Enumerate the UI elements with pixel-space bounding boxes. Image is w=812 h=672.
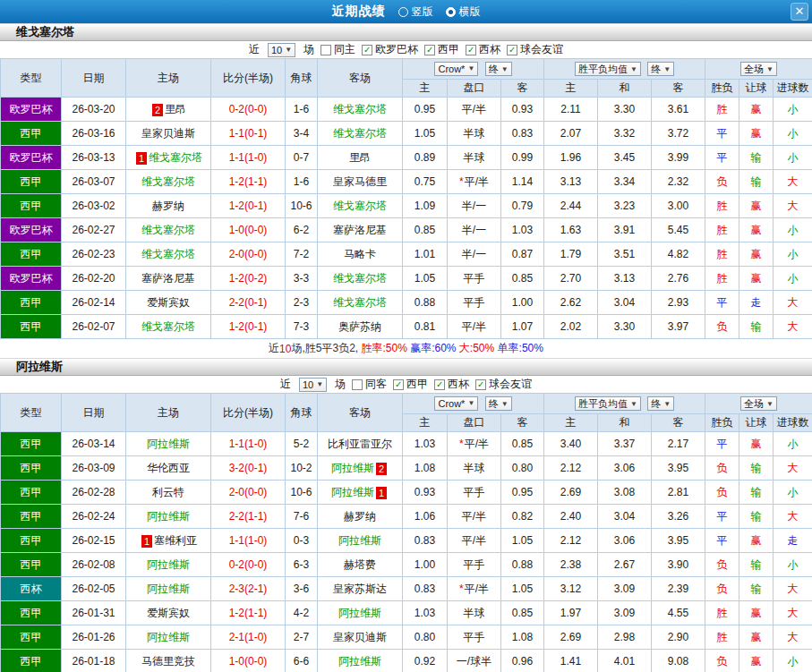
result-goals: 小 [774,432,812,456]
handicap-text: 半球 [464,151,485,164]
red-card-badge: 1 [141,535,152,548]
away-team-cell[interactable]: 维戈塞尔塔 [318,194,403,218]
home-team-cell[interactable]: 皇家贝迪斯 [126,122,211,146]
avg-final-dropdown[interactable]: 终▼ [647,62,674,76]
avg-final-dropdown[interactable]: 终▼ [647,396,674,411]
away-team-cell[interactable]: 马略卡 [318,242,403,267]
result-wdl: 负 [705,170,739,194]
result-handicap: 输 [739,577,774,601]
home-team-cell[interactable]: 阿拉维斯 [126,432,211,456]
dropdown-label: 终 [651,397,661,411]
corner-score: 3-3 [286,267,318,291]
home-team-cell[interactable]: 赫罗纳 [126,194,211,218]
filter-label: 同客 [365,377,387,392]
home-team-cell[interactable]: 阿拉维斯 [126,577,211,601]
away-team-cell[interactable]: 维戈塞尔塔 [318,98,403,122]
fulltime-dropdown[interactable]: 全场▼ [740,62,777,76]
avg-odds-away: 3.95 [652,529,705,553]
home-team-cell[interactable]: 2里昂 [126,98,211,122]
filter-checkbox[interactable]: ✓西甲 [393,377,428,392]
away-team-cell[interactable]: 维戈塞尔塔 [318,267,403,291]
away-team-cell[interactable]: 皇家贝迪斯 [318,625,403,650]
home-team-cell[interactable]: 1塞维利亚 [126,529,211,553]
away-team-cell[interactable]: 阿拉维斯 [318,529,403,553]
filter-checkbox[interactable]: 同客 [352,377,387,392]
match-row: 西甲26-01-31爱斯宾奴1-2(1-1)4-2阿拉维斯1.03半球0.851… [1,601,812,625]
filter-label: 欧罗巴杯 [375,42,418,57]
handicap-odds-away: 0.80 [501,456,544,481]
away-team-cell[interactable]: 赫罗纳 [318,505,403,529]
home-team-cell[interactable]: 维戈塞尔塔 [126,170,211,194]
chevron-down-icon: ▼ [285,46,292,54]
filter-checkbox[interactable]: ✓欧罗巴杯 [362,42,418,57]
home-team-cell[interactable]: 华伦西亚 [126,456,211,481]
bookmaker-dropdown[interactable]: Crow*▼ [434,396,478,411]
close-button[interactable]: ✕ [791,3,808,21]
final-odds-dropdown[interactable]: 终▼ [485,62,512,76]
away-team-cell[interactable]: 塞萨洛尼基 [318,218,403,242]
away-team-cell[interactable]: 皇家苏斯达 [318,577,403,601]
away-team-cell[interactable]: 奥萨苏纳 [318,315,403,339]
titlebar-content: 近期战绩 竖版 横版 [332,4,481,20]
away-team-cell[interactable]: 阿拉维斯 [318,601,403,625]
view-option-horizontal[interactable]: 横版 [446,4,481,20]
home-team-cell[interactable]: 马德里竞技 [126,650,211,672]
away-team-cell[interactable]: 里昂 [318,146,403,170]
away-team-cell[interactable]: 维戈塞尔塔 [318,291,403,315]
subcol-avg-draw: 和 [598,80,652,98]
away-team-cell[interactable]: 维戈塞尔塔 [318,122,403,146]
avg-odds-dropdown[interactable]: 胜平负均值▼ [575,396,641,411]
home-team-cell[interactable]: 阿拉维斯 [126,553,211,577]
home-team-cell[interactable]: 1维戈塞尔塔 [126,146,211,170]
home-team-cell[interactable]: 阿拉维斯 [126,625,211,650]
view-option-vertical[interactable]: 竖版 [398,4,433,20]
handicap-line: 平手 [448,291,501,315]
away-team-cell[interactable]: 阿拉维斯 [318,650,403,672]
match-count-dropdown[interactable]: 10▼ [299,378,327,392]
avg-odds-home: 2.69 [544,481,598,505]
filter-checkbox[interactable]: ✓西杯 [434,377,469,392]
handicap-odds-away: 0.85 [501,267,544,291]
away-team-cell[interactable]: 皇家马德里 [318,170,403,194]
handicap-odds-away: 0.85 [501,601,544,625]
filter-checkbox[interactable]: 同主 [321,42,355,57]
filter-checkbox[interactable]: ✓球会友谊 [507,42,563,57]
match-count-dropdown[interactable]: 10▼ [268,43,295,57]
filter-checkbox[interactable]: ✓西杯 [466,42,500,57]
filter-checkbox[interactable]: ✓西甲 [424,42,459,57]
final-odds-dropdown[interactable]: 终▼ [485,396,512,411]
away-team-cell[interactable]: 阿拉维斯2 [318,456,403,481]
home-team-cell[interactable]: 维戈塞尔塔 [126,242,211,267]
corner-score: 7-2 [286,242,318,267]
competition-tag: 西甲 [1,315,62,339]
home-team-cell[interactable]: 阿拉维斯 [126,505,211,529]
home-team-name: 马德里竞技 [141,655,195,668]
corner-score: 10-2 [286,456,318,481]
result-wdl: 负 [705,650,739,672]
handicap-line: 半/一 [448,218,501,242]
match-date: 26-02-24 [62,505,126,529]
away-team-cell[interactable]: 阿拉维斯1 [318,481,403,505]
radio-selected-icon [446,7,456,17]
away-team-cell[interactable]: 赫塔费 [318,553,403,577]
home-team-cell[interactable]: 爱斯宾奴 [126,291,211,315]
away-team-cell[interactable]: 比利亚雷亚尔 [318,432,403,456]
handicap-odds-home: 1.06 [403,505,448,529]
fulltime-dropdown[interactable]: 全场▼ [740,396,777,411]
home-team-cell[interactable]: 维戈塞尔塔 [126,218,211,242]
match-date: 26-02-15 [62,529,126,553]
result-goals: 大 [774,577,812,601]
result-handicap: 输 [739,170,774,194]
home-team-name: 皇家贝迪斯 [141,127,195,140]
avg-odds-dropdown[interactable]: 胜平负均值▼ [575,62,641,76]
handicap-text: 平/半 [465,438,489,450]
handicap-odds-home: 1.00 [403,553,448,577]
home-team-cell[interactable]: 爱斯宾奴 [126,601,211,625]
home-team-cell[interactable]: 利云特 [126,481,211,505]
filter-checkbox[interactable]: ✓球会友谊 [475,377,532,392]
result-wdl: 胜 [705,601,739,625]
bookmaker-dropdown[interactable]: Crow*▼ [434,62,478,76]
checkbox-checked-icon: ✓ [475,379,486,390]
home-team-cell[interactable]: 维戈塞尔塔 [126,315,211,339]
home-team-cell[interactable]: 塞萨洛尼基 [126,267,211,291]
